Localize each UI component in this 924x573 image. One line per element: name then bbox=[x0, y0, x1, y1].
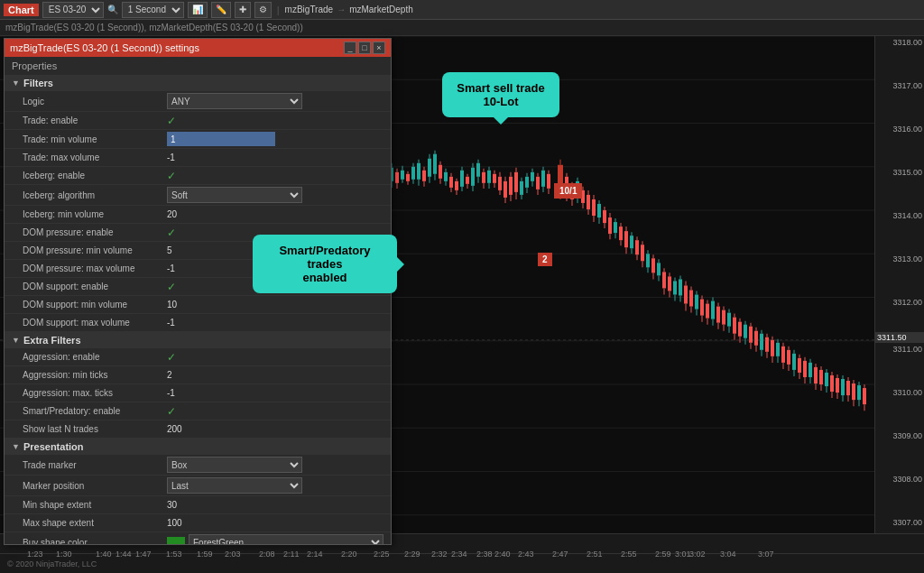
panel-scroll[interactable]: ▼ Filters Logic ANY Trade: enable ✓ Trad… bbox=[5, 75, 391, 544]
prop-trade-min-vol-input[interactable] bbox=[167, 132, 275, 146]
prop-logic-value[interactable]: ANY bbox=[167, 93, 383, 109]
prop-iceberg-min-vol-label: Iceberg: min volume bbox=[23, 209, 167, 219]
prop-dom-support-min-label: DOM support: min volume bbox=[23, 300, 167, 310]
svg-rect-162 bbox=[668, 276, 671, 291]
panel-title-controls: _ □ × bbox=[344, 42, 385, 54]
prop-aggression-max-ticks-value: -1 bbox=[167, 388, 383, 398]
section-filters[interactable]: ▼ Filters bbox=[5, 75, 391, 91]
time-label-4: 1:47 bbox=[135, 550, 152, 559]
prop-logic-label: Logic bbox=[23, 97, 167, 106]
svg-rect-72 bbox=[498, 177, 502, 190]
section-extra-filters[interactable]: ▼ Extra Filters bbox=[5, 332, 391, 348]
panel-properties-label: Properties bbox=[5, 57, 391, 75]
svg-rect-90 bbox=[531, 172, 534, 181]
trade-marker-small: 2 bbox=[538, 253, 552, 266]
time-label-25: 3:04 bbox=[720, 550, 736, 559]
iceberg-alg-select[interactable]: Soft bbox=[167, 187, 302, 203]
prop-iceberg-enable-value[interactable]: ✓ bbox=[167, 170, 383, 182]
price-3311: 3311.00 bbox=[892, 345, 922, 354]
prop-smart-predatory-enable-value[interactable]: ✓ bbox=[167, 405, 383, 418]
section-presentation[interactable]: ▼ Presentation bbox=[5, 439, 391, 455]
cursor-btn[interactable]: ✚ bbox=[235, 2, 251, 18]
prop-show-last-n: Show last N trades 200 bbox=[5, 421, 391, 439]
nav-mzbig[interactable]: mzBigTrade bbox=[285, 5, 334, 14]
svg-rect-270 bbox=[863, 388, 866, 404]
prop-aggression-min-ticks: Aggression: min ticks 2 bbox=[5, 366, 391, 384]
svg-rect-228 bbox=[787, 350, 790, 365]
svg-rect-87 bbox=[525, 177, 529, 188]
svg-rect-126 bbox=[603, 210, 606, 223]
prop-min-shape-extent-label: Min shape extent bbox=[23, 500, 167, 510]
prop-dom-support-enable-label: DOM support: enable bbox=[23, 282, 167, 291]
svg-rect-147 bbox=[641, 245, 644, 261]
main-area: 3318.00 3317.00 3316.00 3315.00 3314.00 … bbox=[0, 36, 924, 553]
svg-rect-210 bbox=[754, 331, 758, 346]
instrument-select[interactable]: ES 03-20 bbox=[42, 2, 104, 18]
section-extra-arrow: ▼ bbox=[12, 336, 20, 345]
prop-dom-support-max-label: DOM support: max volume bbox=[23, 318, 167, 328]
prop-trade-max-vol-value: -1 bbox=[167, 152, 383, 162]
time-label-15: 2:34 bbox=[451, 550, 467, 559]
svg-rect-96 bbox=[541, 171, 545, 187]
prop-buy-shape-color-value[interactable]: ForestGreen bbox=[167, 534, 383, 544]
svg-rect-180 bbox=[700, 300, 704, 316]
panel-restore-btn[interactable]: □ bbox=[358, 42, 371, 54]
time-label-0: 1:23 bbox=[27, 550, 43, 559]
marker-position-select[interactable]: Last bbox=[167, 477, 302, 494]
svg-rect-123 bbox=[597, 204, 601, 217]
svg-rect-132 bbox=[614, 222, 617, 233]
trade-marker-large: 10/1 bbox=[554, 183, 582, 199]
prop-dom-pressure-enable-label: DOM pressure: enable bbox=[23, 227, 167, 237]
svg-rect-66 bbox=[487, 171, 491, 183]
buy-color-select[interactable]: ForestGreen bbox=[189, 534, 383, 544]
svg-rect-120 bbox=[592, 199, 596, 216]
prop-max-shape-extent-label: Max shape extent bbox=[23, 518, 167, 528]
nav-mzdepth[interactable]: mzMarketDepth bbox=[349, 5, 413, 14]
prop-iceberg-min-vol: Iceberg: min volume 20 bbox=[5, 206, 391, 224]
time-label-18: 2:43 bbox=[518, 550, 534, 559]
buy-color-box bbox=[167, 537, 185, 544]
svg-rect-54 bbox=[466, 177, 469, 184]
prop-smart-predatory-enable: Smart/Predatory: enable ✓ bbox=[5, 402, 391, 421]
svg-rect-18 bbox=[401, 171, 404, 180]
price-3313: 3313.00 bbox=[892, 254, 922, 263]
draw-btn[interactable]: ✏️ bbox=[211, 2, 231, 18]
logic-select[interactable]: ANY bbox=[167, 93, 302, 109]
svg-rect-60 bbox=[476, 163, 480, 177]
price-3318: 3318.00 bbox=[892, 38, 922, 47]
prop-iceberg-enable: Iceberg: enable ✓ bbox=[5, 167, 391, 185]
price-3308: 3308.00 bbox=[892, 475, 922, 484]
svg-rect-150 bbox=[646, 254, 650, 267]
svg-rect-267 bbox=[857, 385, 861, 400]
time-label-14: 2:32 bbox=[431, 550, 448, 559]
prop-aggression-enable-value[interactable]: ✓ bbox=[167, 351, 383, 364]
svg-rect-222 bbox=[776, 343, 780, 356]
svg-rect-216 bbox=[765, 337, 769, 352]
price-3310: 3310.00 bbox=[892, 388, 922, 397]
panel-minimize-btn[interactable]: _ bbox=[344, 42, 356, 54]
svg-rect-15 bbox=[395, 172, 399, 183]
trade-marker-select[interactable]: Box bbox=[167, 457, 302, 473]
prop-dom-pressure-min-label: DOM pressure: min volume bbox=[23, 245, 167, 255]
svg-rect-234 bbox=[798, 358, 801, 373]
panel-titlebar: mzBigTrade(ES 03-20 (1 Second)) settings… bbox=[5, 39, 391, 57]
toolbar-icon-magnifier[interactable]: 🔍 bbox=[107, 5, 118, 14]
time-label-1: 1:30 bbox=[56, 550, 72, 559]
prop-aggression-max-ticks-label: Aggression: max. ticks bbox=[23, 388, 167, 398]
price-3309: 3309.00 bbox=[892, 431, 922, 440]
interval-select[interactable]: 1 Second bbox=[122, 2, 184, 18]
nav-arrow: → bbox=[337, 5, 346, 14]
settings-btn[interactable]: ⚙ bbox=[254, 2, 272, 18]
prop-trade-enable: Trade: enable ✓ bbox=[5, 112, 391, 130]
prop-trade-enable-value[interactable]: ✓ bbox=[167, 115, 383, 127]
prop-dom-support-min-value: 10 bbox=[167, 300, 383, 310]
time-label-19: 2:47 bbox=[552, 550, 568, 559]
svg-rect-261 bbox=[846, 381, 850, 395]
prop-iceberg-alg-label: Iceberg: algorithm bbox=[23, 190, 167, 200]
svg-rect-42 bbox=[444, 172, 448, 181]
panel-close-btn[interactable]: × bbox=[373, 42, 385, 54]
time-label-6: 1:59 bbox=[197, 550, 213, 559]
prop-marker-position-label: Marker position bbox=[23, 481, 167, 491]
svg-rect-69 bbox=[493, 174, 496, 183]
chart-type-btn[interactable]: 📊 bbox=[188, 2, 208, 18]
